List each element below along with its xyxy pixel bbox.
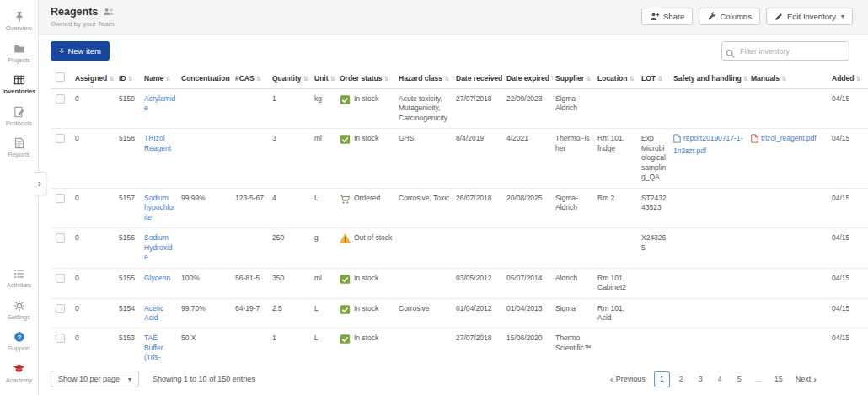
cell-unit: L — [312, 328, 337, 365]
safety-pdf-link[interactable]: report20190717-1-1n2szr.pdf — [673, 134, 742, 154]
table-body: 05159Acrylamide1kgIn stockAcute toxicity… — [51, 89, 868, 366]
search-icon — [726, 46, 735, 61]
item-name-link[interactable]: Sodium Hydroxide — [144, 233, 173, 261]
cell-manuals — [748, 188, 829, 227]
column-header-concentration[interactable]: Concentration⇅ — [179, 67, 233, 89]
filter-input[interactable] — [721, 41, 849, 61]
cell-safety — [671, 268, 748, 298]
item-name-link[interactable]: Acrylamide — [144, 94, 175, 112]
team-icon — [102, 5, 115, 19]
column-header-added[interactable]: Added⇅ — [829, 67, 868, 89]
cell-order-status: In stock — [337, 268, 396, 298]
column-header-safety-and-handling[interactable]: Safety and handling⇅ — [671, 67, 748, 89]
sidebar-item-protocols[interactable]: Protocols — [0, 100, 38, 132]
item-name-link[interactable]: TAE Buffer (Tris-acetate-EDTA) — [144, 334, 170, 365]
cell-safety — [671, 188, 748, 227]
cell-unit: kg — [312, 89, 337, 129]
column-header-hazard-class[interactable]: Hazard class⇅ — [396, 67, 453, 89]
column-header-location[interactable]: Location⇅ — [595, 67, 639, 89]
cell-supplier: Sigma-Aldrich — [553, 89, 595, 129]
row-checkbox[interactable] — [56, 334, 65, 343]
sidebar-item-academy[interactable]: Academy — [0, 357, 38, 389]
edit-inventory-button[interactable]: Edit Inventory▾ — [766, 8, 853, 25]
cell-date-received: 01/04/2012 — [453, 298, 504, 328]
manual-pdf-link[interactable]: trizol_reagent.pdf — [751, 134, 817, 142]
page-subtitle: Owned by your Team — [51, 20, 115, 28]
item-name-link[interactable]: Glycerin — [144, 274, 170, 282]
cell-id: 5155 — [116, 268, 142, 298]
row-checkbox[interactable] — [56, 194, 65, 203]
in-stock-icon — [340, 94, 351, 105]
column-header-date-expired[interactable]: Date expired⇅ — [504, 67, 553, 89]
item-name-link[interactable]: TRIzol Reagent — [144, 134, 171, 152]
sidebar-collapse-toggle[interactable]: › — [34, 172, 46, 195]
page-button-5[interactable]: 5 — [731, 371, 747, 387]
select-all-checkbox[interactable] — [56, 72, 65, 82]
cell-id: 5159 — [116, 89, 142, 129]
row-checkbox[interactable] — [56, 233, 65, 243]
page-button-15[interactable]: 15 — [770, 371, 787, 387]
inventory-table: Assigned⇅ID⇅Name⇅Concentration⇅#CAS⇅Quan… — [51, 67, 868, 365]
sidebar-item-reports[interactable]: Reports — [0, 131, 38, 163]
column-header-order-status[interactable]: Order status⇅ — [337, 67, 396, 89]
showing-entries: Showing 1 to 10 of 150 entries — [153, 375, 255, 383]
column-header-supplier[interactable]: Supplier⇅ — [553, 67, 595, 89]
previous-page-button[interactable]: ‹Previous — [605, 374, 651, 384]
column-header-unit[interactable]: Unit⇅ — [312, 67, 337, 89]
column-header-cas[interactable]: #CAS⇅ — [233, 67, 270, 89]
page-button-3[interactable]: 3 — [693, 371, 709, 387]
sidebar-item-projects[interactable]: Projects — [0, 37, 38, 69]
sort-icon: ⇅ — [128, 75, 133, 83]
pdf-icon — [751, 134, 758, 146]
sort-icon: ⇅ — [303, 75, 308, 83]
sidebar-item-inventories[interactable]: Inventories — [0, 68, 38, 100]
sort-icon: ⇅ — [330, 75, 335, 83]
sidebar-item-overview[interactable]: Overview — [0, 5, 38, 37]
new-item-button[interactable]: New item — [51, 41, 110, 61]
pdf-icon — [673, 134, 681, 146]
column-header-quantity[interactable]: Quantity⇅ — [270, 67, 312, 89]
page-button-1[interactable]: 1 — [654, 371, 670, 387]
sidebar-item-settings[interactable]: Settings — [0, 294, 38, 326]
row-checkbox[interactable] — [56, 304, 65, 313]
table-row: 05153TAE Buffer (Tris-acetate-EDTA)50 X1… — [51, 328, 868, 365]
page-button-2[interactable]: 2 — [673, 371, 689, 387]
main-content: Reagents Owned by your Team ShareColumns… — [39, 0, 868, 395]
column-header-date-received[interactable]: Date received⇅ — [453, 67, 504, 89]
columns-button[interactable]: Columns — [699, 8, 760, 25]
next-page-button[interactable]: Next› — [790, 374, 822, 384]
cell-added: 04/15 — [829, 298, 868, 328]
cell-supplier: Sigma-Aldrich — [553, 188, 595, 227]
column-header-assigned[interactable]: Assigned⇅ — [72, 67, 116, 89]
row-checkbox[interactable] — [56, 94, 65, 104]
cell-date-expired — [504, 228, 553, 268]
cell-date-received — [453, 228, 504, 268]
item-name-link[interactable]: Sodium hypochlorite — [144, 194, 175, 222]
column-header-name[interactable]: Name⇅ — [142, 67, 179, 89]
table-wrap: Assigned⇅ID⇅Name⇅Concentration⇅#CAS⇅Quan… — [39, 67, 868, 365]
cell-safety — [671, 228, 748, 268]
share-button[interactable]: Share — [641, 8, 693, 25]
settings-icon — [13, 299, 26, 312]
column-header-id[interactable]: ID⇅ — [116, 67, 142, 89]
row-checkbox[interactable] — [56, 274, 65, 283]
cell-cas — [233, 129, 270, 188]
page-button-4[interactable]: 4 — [712, 371, 728, 387]
row-checkbox[interactable] — [56, 134, 65, 143]
item-name-link[interactable]: Acetic Acid — [144, 304, 163, 322]
toolbar: New item — [39, 35, 868, 67]
sidebar-item-activities[interactable]: Activities — [0, 262, 38, 294]
column-header-lot[interactable]: LOT⇅ — [639, 67, 671, 89]
sort-icon: ⇅ — [629, 75, 634, 83]
cell-lot — [639, 89, 671, 129]
column-header-manuals[interactable]: Manuals⇅ — [748, 67, 829, 89]
cell-cas — [233, 89, 270, 129]
cell-supplier: Aldrich — [553, 268, 595, 298]
sidebar-item-support[interactable]: ?Support — [0, 325, 38, 357]
cell-cas — [233, 328, 270, 365]
cell-manuals — [748, 298, 829, 328]
cell-concentration — [179, 89, 233, 129]
cell-date-expired: 05/07/2014 — [504, 268, 553, 298]
cell-hazard-class: Corrosive — [396, 298, 453, 328]
page-size-select[interactable]: Show 10 per page▾ — [51, 371, 139, 387]
